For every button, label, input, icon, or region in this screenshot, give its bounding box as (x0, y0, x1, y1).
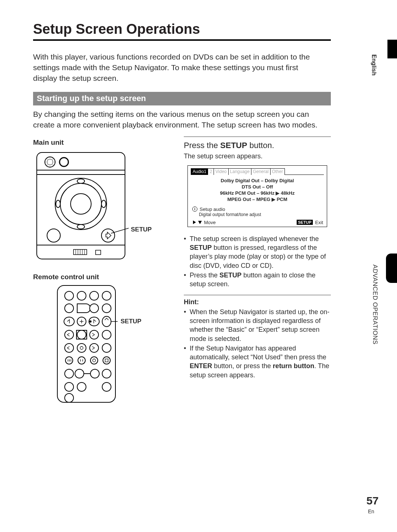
osd-bottom-bar: Move SETUP Exit (188, 219, 327, 227)
svg-point-49 (77, 344, 86, 352)
osd-tab: Other (270, 168, 285, 175)
svg-point-62 (77, 382, 86, 391)
hint-bullets: When the Setup Navigator is started up, … (184, 308, 331, 380)
svg-point-47 (102, 330, 111, 339)
osd-tab: Audio1 (191, 168, 208, 175)
play-icon (193, 220, 196, 224)
svg-point-22 (101, 229, 115, 242)
osd-item: 96kHz PCM Out – 96kHz ▶ 48kHz (192, 190, 323, 196)
page-number: 57 (366, 495, 379, 507)
osd-tab: 2 (208, 168, 214, 175)
bullet-item: If the Setup Navigator has appeared auto… (184, 344, 331, 380)
svg-point-37 (65, 304, 74, 313)
remote-setup-label: SETUP (121, 318, 142, 325)
osd-item: Dolby Digital Out – Dolby Digital (192, 178, 323, 183)
svg-point-11 (60, 158, 68, 166)
svg-point-1 (45, 157, 55, 167)
title-rule (33, 39, 331, 41)
osd-tab: Video (214, 168, 228, 175)
setup-appears-text: The setup screen appears. (184, 152, 331, 160)
hint-heading: Hint: (184, 295, 331, 306)
svg-point-54 (90, 357, 98, 364)
svg-point-64 (65, 393, 74, 402)
svg-point-18 (77, 224, 85, 229)
bullet-item: When the Setup Navigator is started up, … (184, 308, 331, 343)
language-tab-label: English (371, 54, 377, 76)
section-heading-bar: Starting up the setup screen (33, 92, 331, 105)
svg-point-16 (71, 194, 91, 214)
svg-point-55 (103, 357, 110, 364)
svg-point-65 (89, 320, 92, 323)
osd-setup-button: SETUP (297, 220, 313, 225)
remote-heading: Remote control unit (33, 273, 175, 281)
osd-item: DTS Out – Off (192, 184, 323, 190)
svg-point-48 (65, 344, 74, 352)
svg-rect-31 (96, 250, 101, 255)
svg-point-34 (77, 291, 86, 300)
svg-point-53 (78, 357, 85, 364)
osd-menu-items: Dolby Digital Out – Dolby Digital DTS Ou… (188, 175, 327, 205)
svg-point-33 (65, 291, 74, 300)
osd-item: MPEG Out – MPEG ▶ PCM (192, 197, 323, 202)
section-intro: By changing the setting items on the var… (33, 109, 327, 130)
page-lang-code: En (368, 508, 374, 514)
svg-point-57 (75, 369, 84, 378)
svg-point-17 (77, 179, 85, 183)
osd-screenshot: Audio1 2 Video Language General Other Do… (187, 165, 327, 227)
osd-tab: General (251, 168, 271, 175)
bullet-item: Press the SETUP button again to close th… (184, 271, 331, 289)
svg-point-20 (101, 200, 106, 208)
osd-info-desc: Digital output format/tone adjust (188, 212, 327, 219)
svg-point-45 (77, 330, 86, 339)
svg-point-39 (102, 304, 111, 313)
svg-point-35 (90, 291, 99, 300)
svg-point-52 (65, 357, 73, 364)
remote-illustration (55, 283, 118, 405)
svg-point-36 (102, 291, 111, 300)
osd-tabs: Audio1 2 Video Language General Other (191, 168, 324, 175)
svg-point-38 (90, 304, 99, 313)
osd-tab: Language (228, 168, 251, 175)
osd-info-line: i Setup audio (188, 205, 327, 212)
info-icon: i (192, 206, 197, 212)
section-tab (386, 254, 397, 283)
svg-point-51 (102, 344, 111, 352)
svg-point-60 (102, 369, 111, 378)
main-unit-heading: Main unit (33, 139, 175, 147)
svg-point-59 (90, 369, 99, 378)
svg-point-56 (65, 369, 74, 378)
svg-point-19 (56, 200, 60, 208)
down-icon (198, 221, 202, 224)
note-bullets: The setup screen is displayed whenever t… (184, 234, 331, 289)
main-unit-setup-label: SETUP (131, 226, 152, 233)
thumb-tab (387, 40, 397, 58)
page-title: Setup Screen Operations (33, 21, 364, 37)
section-side-label: ADVANCED OPERATIONS (371, 265, 379, 345)
svg-point-63 (102, 382, 111, 391)
svg-point-40 (64, 317, 74, 326)
bullet-item: The setup screen is displayed whenever t… (184, 234, 331, 270)
main-unit-illustration (33, 149, 129, 266)
svg-point-21 (47, 229, 60, 242)
press-setup-heading: Press the SETUP button. (184, 141, 331, 150)
svg-point-61 (65, 382, 74, 391)
svg-point-44 (65, 330, 74, 339)
intro-paragraph: With this player, various functions reco… (33, 52, 316, 84)
